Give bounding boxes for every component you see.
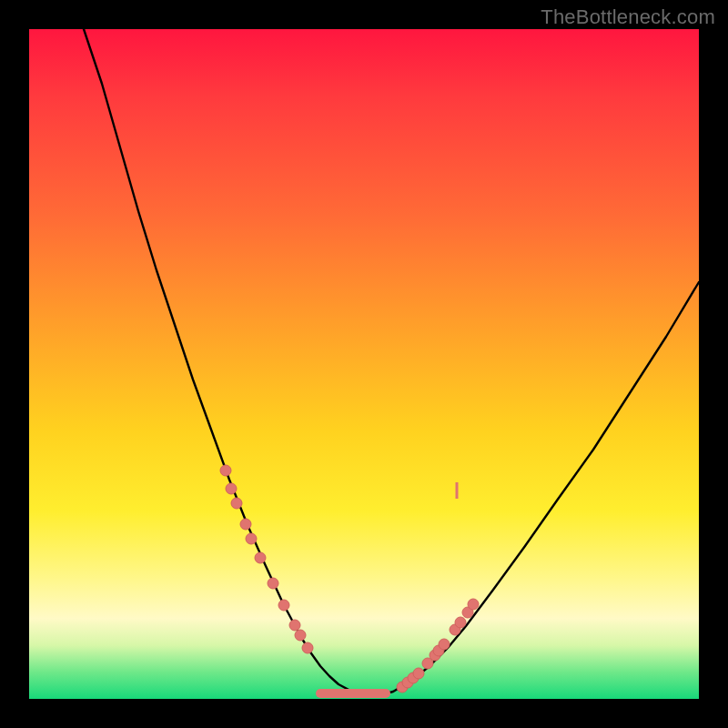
curve-marker <box>231 498 242 509</box>
curve-marker <box>246 533 257 544</box>
watermark-text: TheBottleneck.com <box>541 5 715 29</box>
curve-marker <box>278 600 289 611</box>
curve-marker <box>302 642 313 653</box>
curve-marker <box>268 578 278 589</box>
curve-marker <box>289 620 300 631</box>
curve-marker <box>226 483 237 494</box>
curve-marker <box>240 519 251 530</box>
curve-marker <box>455 617 466 628</box>
bottleneck-curve <box>84 29 699 695</box>
curve-marker <box>295 630 306 641</box>
plot-area <box>29 29 699 699</box>
curve-marker <box>439 639 450 650</box>
chart-svg <box>29 29 699 699</box>
chart-frame: TheBottleneck.com <box>0 0 728 728</box>
curve-markers <box>220 465 479 693</box>
curve-marker <box>255 552 266 563</box>
curve-marker <box>220 465 231 476</box>
curve-marker <box>468 599 479 610</box>
curve-marker <box>413 668 424 679</box>
